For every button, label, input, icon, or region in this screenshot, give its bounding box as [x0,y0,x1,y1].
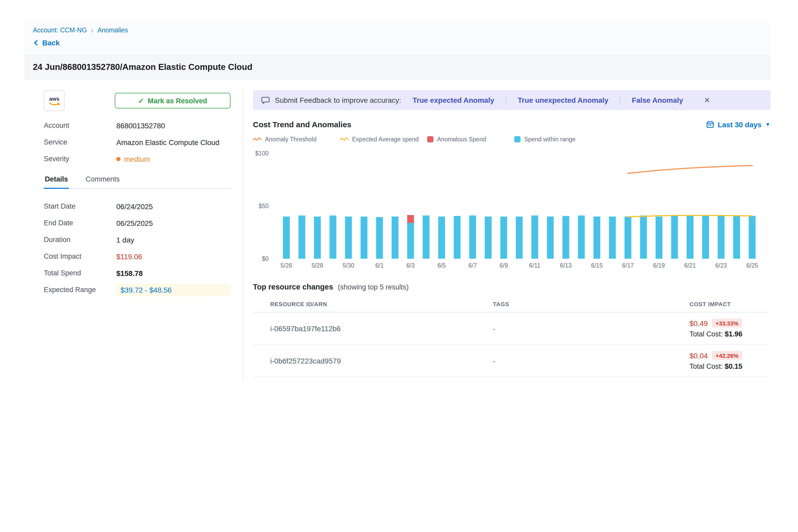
field-value: Amazon Elastic Compute Cloud [116,138,230,146]
page-title: 24 Jun/868001352780/Amazon Elastic Compu… [33,62,252,72]
feedback-option[interactable]: True unexpected Anomaly [518,96,608,104]
field-label: Cost Impact [44,252,116,260]
chevron-left-icon [33,40,39,46]
field-label: Duration [44,236,116,244]
cost-bar [283,216,290,259]
cost-bar [593,216,600,259]
cost-bar [733,215,740,259]
x-axis-label: 6/21 [684,262,696,269]
x-axis-label: 5/30 [343,262,355,269]
cost-bar [485,216,492,259]
y-axis-label: $100 [255,150,269,157]
summary-head: aws ✓ Mark as Resolved [44,90,230,111]
cost-bar [702,215,709,259]
field-value: $39.72 - $48.56 [116,283,230,296]
page-frame: Account: CCM-NG › Anomalies Back 24 Jun/… [24,21,771,80]
field-value: 868001352780 [116,121,230,130]
field-row: Duration1 day [44,235,230,245]
tab-details[interactable]: Details [44,175,69,189]
detail-tabs: DetailsComments [44,175,230,189]
cost-bar [563,216,569,259]
field-row: Expected Range$39.72 - $48.56 [44,285,230,295]
x-axis-label: 6/17 [622,262,634,269]
breadcrumb-anomalies-link[interactable]: Anomalies [97,26,128,34]
cost-impact-percent-badge: +33.33% [712,319,742,327]
x-axis-label: 6/15 [591,262,603,269]
legend-item: Spend within range [514,136,601,142]
x-axis-label: 6/23 [715,262,727,269]
chart-title: Cost Trend and Anomalies [253,120,351,129]
resource-cost-cell: $0.49+33.33%Total Cost: $1.96 [689,319,771,338]
cost-bar [578,215,585,259]
resources-section-title: Top resource changes (showing top 5 resu… [253,283,771,291]
breadcrumb-account-link[interactable]: Account: CCM-NG [33,26,87,34]
cost-bar [376,217,383,259]
field-row: Cost Impact$119.06 [44,251,230,261]
x-axis-label: 5/28 [312,262,323,269]
anomalous-cost-bar-segment [407,215,414,223]
cost-bar [469,215,476,259]
cost-bar [299,215,305,259]
cost-impact-amount: $0.49 [689,319,708,327]
cost-bar [330,215,337,259]
field-label: Expected Range [44,286,116,293]
chevron-right-icon: › [91,27,93,34]
field-label: End Date [44,219,116,227]
feedback-option[interactable]: False Anomaly [632,96,683,104]
svg-text:aws: aws [49,96,59,102]
page-header: Account: CCM-NG › Anomalies Back [24,21,771,52]
field-value: 1 day [116,235,230,244]
severity-dot-icon [116,157,120,161]
cost-bar [345,216,352,259]
total-cost-label: Total Cost: [689,362,725,370]
legend-swatch-icon [427,136,433,142]
cost-bar [609,216,616,259]
feedback-prompt: Submit Feedback to improve accuracy: [275,96,401,104]
field-row: End Date06/25/2025 [44,218,230,228]
close-icon[interactable]: ✕ [704,96,710,104]
date-range-select[interactable]: Last 30 days ▼ [706,120,771,129]
anomaly-threshold-line [628,166,752,173]
cost-bar [392,216,398,259]
separator [506,96,506,104]
field-label: Account [44,121,116,129]
separator [620,96,621,104]
cost-bar [500,216,507,259]
cost-bar [656,216,662,259]
back-link[interactable]: Back [33,39,762,47]
x-axis-label: 6/13 [560,262,572,269]
anomaly-analysis-panel: Submit Feedback to improve accuracy: Tru… [243,90,771,380]
column-header: COST IMPACT [689,301,771,307]
feedback-option[interactable]: True expected Anomaly [413,96,494,104]
anomaly-detail-fields: Start Date06/24/2025End Date06/25/2025Du… [44,201,230,295]
summary-fields: Account868001352780ServiceAmazon Elastic… [44,120,230,164]
main-content: aws ✓ Mark as Resolved Account8680013527… [0,80,798,380]
field-value: 06/24/2025 [116,202,230,210]
field-value: $119.06 [116,252,230,261]
total-cost-line: Total Cost: $0.15 [689,362,771,370]
legend-item: Expected Average spend [340,136,427,142]
x-axis-label: 6/3 [406,262,415,269]
field-label: Service [44,138,116,146]
x-axis-label: 6/7 [468,262,477,269]
cost-impact-line: $0.49+33.33% [689,319,771,327]
cost-bar [625,216,631,259]
x-axis-label: 6/19 [653,262,665,269]
cost-bar [547,216,554,259]
title-bar: 24 Jun/868001352780/Amazon Elastic Compu… [24,54,771,80]
anomaly-detail-page: Account: CCM-NG › Anomalies Back 24 Jun/… [0,21,798,532]
cost-bar [407,223,414,259]
mark-as-resolved-button[interactable]: ✓ Mark as Resolved [115,93,230,109]
cost-impact-percent-badge: +42.26% [712,351,742,360]
feedback-banner: Submit Feedback to improve accuracy: Tru… [253,90,771,110]
legend-line-icon [253,137,261,142]
tab-comments[interactable]: Comments [85,175,121,189]
breadcrumb: Account: CCM-NG › Anomalies [33,26,762,34]
back-label: Back [42,39,60,47]
x-axis-label: 5/26 [281,262,292,269]
x-axis-label: 6/1 [375,262,384,269]
cost-impact-line: $0.04+42.26% [689,351,771,360]
resource-id: i-0b6f257223cad9579 [270,357,493,365]
chart-legend: Anomaly ThresholdExpected Average spendA… [253,136,771,142]
x-axis-label: 6/25 [746,262,758,269]
